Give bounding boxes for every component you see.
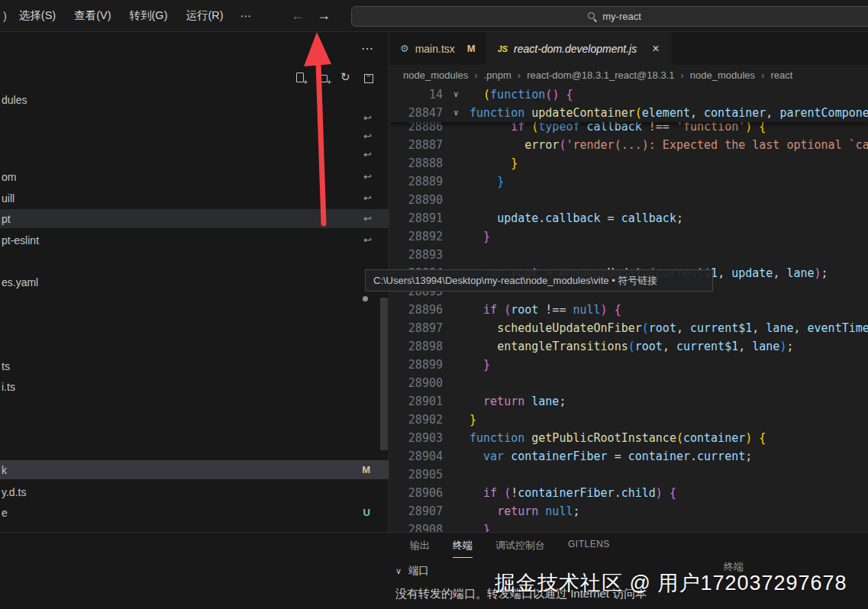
line-number: 28906 [389, 484, 443, 502]
code-line[interactable]: 28890 [389, 191, 868, 209]
file-tree-item[interactable]: ↩ [0, 145, 389, 164]
chevron-right-icon: › [518, 69, 521, 81]
menu-item-selection[interactable]: 选择(S) [10, 5, 65, 27]
panel-tab-debug-console[interactable]: 调试控制台 [495, 539, 545, 558]
code-line[interactable]: 28907 return null; [389, 502, 868, 520]
code-line[interactable]: 28889 } [389, 172, 868, 191]
nav-forward-icon[interactable]: → [317, 8, 331, 24]
file-name: ts [2, 360, 10, 372]
code-text: return null; [469, 502, 580, 520]
file-tree-item[interactable]: y.d.ts [0, 482, 389, 501]
line-number: 28893 [389, 246, 443, 264]
code-line[interactable]: 28887 error('render(...): Expected the l… [389, 136, 868, 154]
file-tree-item[interactable]: es.yaml [0, 272, 389, 292]
file-tree-item[interactable]: pt-eslint↩ [0, 230, 389, 250]
code-text: } [469, 520, 490, 532]
file-tree-item[interactable]: kM [0, 460, 389, 479]
line-number: 28900 [389, 374, 443, 392]
line-number: 28904 [389, 447, 443, 466]
panel-tab-terminal[interactable]: 终端 [453, 539, 473, 558]
nav-back-icon[interactable]: ← [291, 8, 305, 24]
code-line[interactable]: 28888 } [389, 154, 868, 172]
panel-tab-gitlens[interactable]: GITLENS [568, 539, 610, 558]
scroll-dot-icon [363, 296, 368, 301]
panel-tab-output[interactable]: 输出 [410, 539, 430, 558]
breadcrumb-item[interactable]: node_modules [403, 69, 468, 81]
code-line[interactable]: 28900 [389, 374, 868, 392]
code-line[interactable]: 28896 if (root !== null) { [389, 301, 868, 319]
sticky-scroll[interactable]: 14∨ (function() {28847∨function updateCo… [389, 85, 868, 122]
fold-chevron-icon[interactable]: ∨ [453, 85, 464, 104]
collapse-folders-icon[interactable] [363, 72, 375, 84]
file-name: pt-eslint [2, 234, 39, 246]
code-line[interactable]: 28893 [389, 246, 868, 264]
code-line[interactable]: 28908 } [389, 520, 868, 532]
menu-item-go[interactable]: 转到(G) [121, 5, 177, 27]
sidebar-scrollbar[interactable] [380, 298, 388, 450]
line-number: 28891 [389, 209, 443, 227]
editor-tab-bar: ⚙ main.tsx M JS react-dom.development.js… [389, 32, 868, 65]
line-number: 28901 [389, 392, 443, 411]
line-number: 28888 [389, 154, 443, 172]
code-line[interactable]: 28898 entangleTransitions(root, current$… [389, 337, 868, 356]
code-line[interactable]: 28891 update.callback = callback; [389, 209, 868, 227]
code-line[interactable]: 28899 } [389, 356, 868, 374]
close-tab-icon[interactable]: × [652, 42, 659, 56]
file-tree-item[interactable]: uill↩ [0, 188, 389, 208]
file-tree-item[interactable]: ↩ [0, 127, 389, 146]
search-icon [588, 12, 597, 21]
file-tree-item[interactable]: pt↩ [0, 209, 389, 228]
file-name: e [2, 507, 8, 519]
code-line[interactable]: 28906 if (!containerFiber.child) { [389, 484, 868, 502]
command-center-search[interactable]: my-react [351, 6, 868, 27]
file-tree-item[interactable]: i.ts [0, 377, 389, 396]
line-number: 28902 [389, 411, 443, 429]
code-text: update.callback = callback; [469, 209, 683, 227]
refresh-explorer-icon[interactable] [340, 72, 352, 84]
line-number: 28908 [389, 520, 443, 532]
ports-section-header[interactable]: ∨ 端口 [395, 564, 429, 578]
menu-bar: ) 选择(S) 查看(V) 转到(G) 运行(R) ⋯ [0, 5, 259, 27]
new-folder-icon[interactable] [317, 72, 329, 84]
menu-item-partial[interactable]: ) [0, 10, 10, 22]
code-text: } [469, 411, 476, 429]
menu-overflow-icon[interactable]: ⋯ [233, 6, 260, 26]
code-line[interactable]: 28905 [389, 466, 868, 484]
code-line[interactable]: 28902} [389, 411, 868, 429]
file-name: i.ts [2, 381, 15, 393]
tab-react-dom-development-js[interactable]: JS react-dom.development.js × [487, 32, 671, 65]
file-tree-item[interactable]: ts [0, 356, 389, 375]
sidebar-more-actions-icon[interactable]: ⋯ [361, 41, 373, 56]
menu-item-run[interactable]: 运行(R) [176, 5, 232, 27]
code-text: } [469, 227, 490, 246]
sticky-code-line[interactable]: 28847∨function updateContainer(element, … [389, 104, 868, 122]
code-text: } [469, 356, 490, 374]
code-line[interactable]: 28903function getPublicRootInstance(cont… [389, 429, 868, 447]
file-tree-item[interactable]: ↩ [0, 108, 389, 127]
tooltip-text: C:\Users\13994\Desktop\my-react\node_mod… [373, 274, 657, 288]
code-text: var containerFiber = container.current; [469, 447, 752, 466]
js-file-icon: JS [498, 44, 508, 53]
breadcrumb-item[interactable]: react-dom@18.3.1_react@18.3.1 [527, 69, 674, 81]
code-line[interactable]: 28901 return lane; [389, 392, 868, 411]
code-line[interactable]: 28904 var containerFiber = container.cur… [389, 447, 868, 466]
code-line[interactable]: 28892 } [389, 227, 868, 246]
code-text: function getPublicRootInstance(container… [469, 429, 766, 447]
file-tree-item[interactable]: om↩ [0, 167, 389, 186]
breadcrumb-item[interactable]: node_modules [690, 69, 755, 81]
menu-item-view[interactable]: 查看(V) [65, 5, 120, 27]
symlink-path-tooltip: C:\Users\13994\Desktop\my-react\node_mod… [365, 269, 713, 292]
breadcrumb-item[interactable]: react [770, 69, 792, 81]
code-text: } [469, 154, 518, 172]
new-file-icon[interactable] [294, 72, 306, 84]
code-line[interactable]: 28897 scheduleUpdateOnFiber(root, curren… [389, 319, 868, 337]
tab-main-tsx[interactable]: ⚙ main.tsx M [389, 32, 487, 65]
fold-chevron-icon[interactable]: ∨ [453, 104, 464, 122]
code-editor[interactable]: 28886 if (typeof callback !== 'function'… [389, 85, 868, 532]
line-number: 28887 [389, 136, 443, 154]
file-tree-item[interactable]: eU [0, 503, 389, 522]
file-tree-item[interactable]: dules [0, 90, 389, 109]
file-name: es.yaml [2, 276, 38, 288]
sticky-code-line[interactable]: 14∨ (function() { [389, 85, 868, 104]
breadcrumb-item[interactable]: .pnpm [484, 69, 511, 81]
